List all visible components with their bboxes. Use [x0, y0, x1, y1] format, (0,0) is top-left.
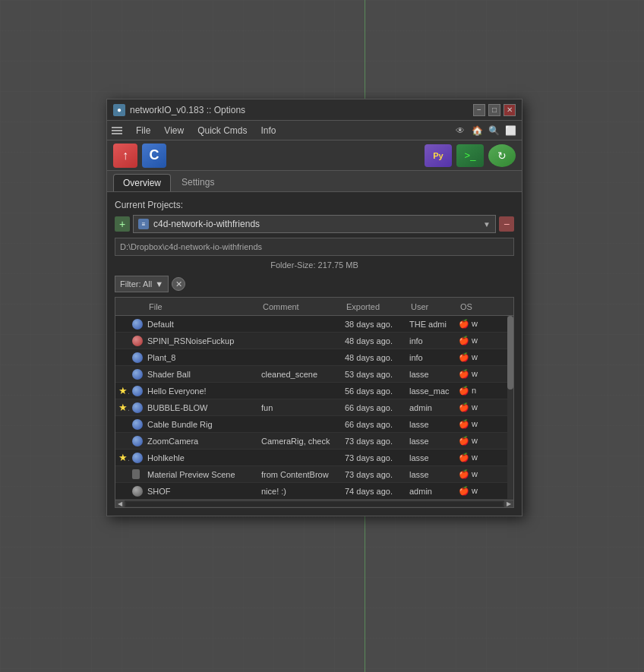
add-project-button[interactable]: + — [115, 216, 130, 232]
row-os: 🍎 w — [456, 486, 482, 496]
menu-quick-cmds[interactable]: Quick Cmds — [191, 124, 253, 137]
col-header-exported: Exported — [342, 302, 406, 311]
table-row[interactable]: SHOFnice! :)74 days ago.admin🍎 w — [115, 483, 513, 500]
row-exported: 73 days ago. — [342, 453, 406, 462]
row-user: info — [406, 353, 456, 362]
vertical-scrollbar[interactable] — [507, 316, 513, 500]
row-os: 🍎 w — [456, 402, 482, 412]
row-exported: 48 days ago. — [342, 353, 406, 362]
row-comment: from ContentBrow — [258, 470, 342, 479]
star-icon: ★ — [118, 402, 129, 413]
row-user: lasse_mac — [406, 386, 456, 396]
remove-project-button[interactable]: − — [499, 216, 514, 232]
table-row[interactable]: Material Preview Scenefrom ContentBrow73… — [115, 466, 513, 483]
row-user: lasse — [406, 437, 456, 446]
table-row[interactable]: Cable Bundle Rig66 days ago.lasse🍎 w — [115, 416, 513, 433]
filter-dropdown[interactable]: Filter: All ▼ — [115, 276, 169, 292]
sync-button[interactable]: ↻ — [488, 144, 516, 167]
hamburger-menu[interactable] — [112, 127, 122, 134]
row-type-icon — [129, 486, 144, 497]
menu-view[interactable]: View — [158, 124, 190, 137]
col-header-comment: Comment — [258, 302, 342, 311]
row-exported: 73 days ago. — [342, 437, 406, 446]
scroll-track[interactable] — [126, 502, 503, 506]
project-path-text: D:\Dropbox\c4d-network-io-withfriends — [120, 242, 262, 251]
row-type-icon — [129, 469, 144, 479]
row-user: lasse — [406, 453, 456, 462]
table-row[interactable]: ★Hohlkehle73 days ago.lasse🍎 w — [115, 450, 513, 466]
tabs: Overview Settings — [107, 171, 522, 192]
scroll-left-button[interactable]: ◀ — [115, 500, 125, 508]
table-row[interactable]: ★Hello Everyone!56 days ago.lasse_mac🍎 n — [115, 383, 513, 399]
menu-right-icons: 👁 🏠 🔍 ⬜ — [453, 124, 517, 137]
horizontal-scrollbar[interactable]: ◀ ▶ — [115, 500, 513, 507]
tab-overview[interactable]: Overview — [113, 174, 171, 191]
content-area: Current Projects: + ≡ c4d-network-io-wit… — [107, 192, 522, 516]
python-button[interactable]: Py — [425, 144, 452, 167]
scrollbar-thumb[interactable] — [507, 316, 513, 390]
row-user: admin — [406, 487, 456, 496]
eye-icon[interactable]: 👁 — [453, 124, 467, 137]
menu-info[interactable]: Info — [254, 124, 282, 137]
project-path-field: D:\Dropbox\c4d-network-io-withfriends — [115, 238, 514, 256]
row-exported: 74 days ago. — [342, 487, 406, 496]
project-icon: ≡ — [138, 219, 149, 229]
row-user: THE admi — [406, 320, 456, 329]
row-exported: 38 days ago. — [342, 320, 406, 329]
row-file-name: BUBBLE-BLOW — [144, 403, 258, 412]
star-icon: ★ — [118, 385, 129, 396]
row-os: 🍎 w — [456, 352, 482, 362]
table-row[interactable]: ★BUBBLE-BLOWfun66 days ago.admin🍎 w — [115, 399, 513, 416]
minimize-button[interactable]: − — [473, 104, 485, 116]
row-exported: 48 days ago. — [342, 336, 406, 345]
table-header: File Comment Exported User OS — [115, 298, 513, 316]
close-button[interactable]: ✕ — [504, 104, 516, 116]
table-row[interactable]: Shader Ballcleaned_scene53 days ago.lass… — [115, 366, 513, 383]
row-exported: 73 days ago. — [342, 470, 406, 479]
table-row[interactable]: Plant_848 days ago.info🍎 w — [115, 349, 513, 366]
maximize-button[interactable]: □ — [488, 104, 500, 116]
table-row[interactable]: ZoomCameraCameraRig, check73 days ago.la… — [115, 433, 513, 450]
row-type-icon — [129, 319, 144, 330]
col-header-os: OS — [456, 302, 482, 311]
toolbar: ↑ C Py >_ ↻ — [107, 140, 522, 171]
row-exported: 53 days ago. — [342, 370, 406, 379]
table-row[interactable]: Default38 days ago.THE admi🍎 w — [115, 316, 513, 333]
row-exported: 66 days ago. — [342, 420, 406, 429]
filter-clear-button[interactable]: ✕ — [172, 277, 185, 291]
menu-bar: File View Quick Cmds Info 👁 🏠 🔍 ⬜ — [107, 121, 522, 140]
row-type-icon — [129, 436, 144, 446]
dropdown-arrow-icon: ▼ — [483, 220, 491, 229]
window-title: networkIO_v0.183 :: Options — [130, 105, 473, 115]
panel-icon[interactable]: ⬜ — [504, 124, 517, 137]
row-flag: ★ — [115, 385, 129, 396]
row-os: 🍎 w — [456, 419, 482, 429]
row-exported: 66 days ago. — [342, 403, 406, 412]
c-button[interactable]: C — [142, 144, 166, 168]
row-file-name: SPINI_RSNoiseFuckup — [144, 336, 258, 345]
menu-file[interactable]: File — [130, 124, 156, 137]
row-file-name: Shader Ball — [144, 370, 258, 379]
row-type-icon — [129, 402, 144, 413]
home-icon[interactable]: 🏠 — [470, 124, 484, 137]
filter-label: Filter: All — [120, 279, 152, 289]
row-os: 🍎 w — [456, 469, 482, 479]
main-window: ● networkIO_v0.183 :: Options − □ ✕ File… — [106, 99, 522, 516]
filter-arrow-icon: ▼ — [155, 279, 163, 289]
tab-settings[interactable]: Settings — [172, 174, 223, 191]
row-type-icon — [129, 369, 144, 380]
row-file-name: Cable Bundle Rig — [144, 420, 258, 429]
row-flag: ★ — [115, 402, 129, 413]
project-dropdown[interactable]: ≡ c4d-network-io-withfriends ▼ — [133, 215, 496, 233]
terminal-button[interactable]: >_ — [456, 144, 484, 167]
row-flag: ★ — [115, 452, 129, 463]
row-type-icon — [129, 336, 144, 346]
scroll-right-button[interactable]: ▶ — [504, 500, 513, 508]
star-icon: ★ — [118, 452, 129, 463]
row-type-icon — [129, 386, 144, 396]
search-icon[interactable]: 🔍 — [487, 124, 500, 137]
file-table: File Comment Exported User OS Default38 … — [115, 297, 514, 508]
table-row[interactable]: SPINI_RSNoiseFuckup48 days ago.info🍎 w — [115, 333, 513, 349]
title-bar: ● networkIO_v0.183 :: Options − □ ✕ — [107, 99, 522, 121]
upload-button[interactable]: ↑ — [113, 144, 137, 168]
